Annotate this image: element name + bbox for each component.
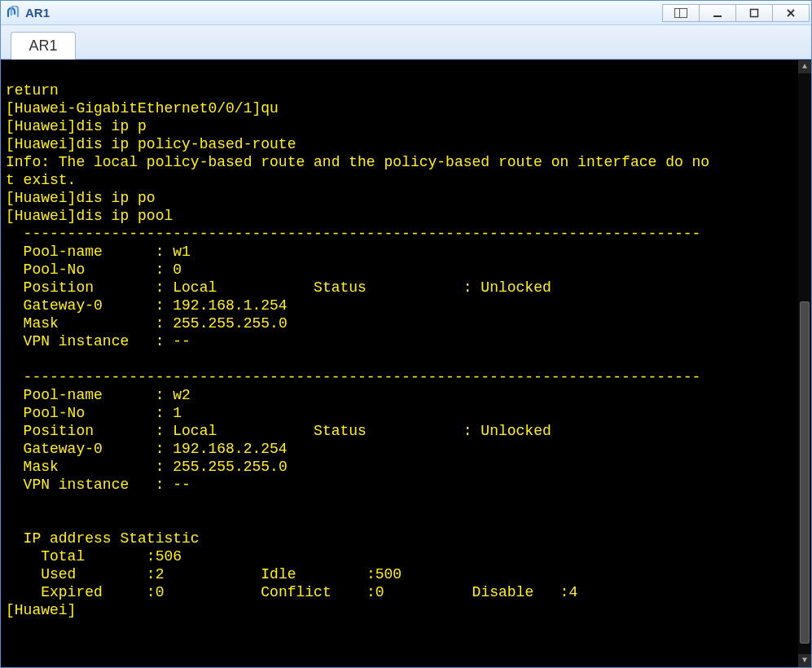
svg-rect-0	[675, 8, 687, 17]
scroll-down-arrow[interactable]: ▼	[798, 654, 811, 667]
blank-line	[6, 512, 15, 529]
titlebar: AR1	[1, 1, 811, 25]
pool-row: Gateway-0 : 192.168.1.254	[6, 297, 287, 314]
close-button[interactable]	[772, 4, 810, 22]
blank-line	[6, 494, 15, 511]
stat-row: Used :2 Idle :500	[6, 566, 402, 582]
blank-line	[6, 351, 15, 367]
stat-row: Expired :0 Conflict :0 Disable :4	[6, 584, 577, 600]
pool-row: Position : Local Status : Unlocked	[6, 279, 551, 296]
snap-button[interactable]	[662, 4, 700, 22]
tabstrip: AR1	[1, 25, 811, 59]
terminal-line: [Huawei-GigabitEthernet0/0/1]qu	[6, 100, 279, 116]
titlebar-buttons	[663, 4, 810, 22]
svg-rect-2	[713, 15, 722, 17]
separator-line: ----------------------------------------…	[6, 226, 700, 242]
terminal-line: [Huawei]dis ip pool	[6, 208, 173, 224]
svg-rect-1	[675, 8, 680, 17]
scroll-track[interactable]	[798, 73, 811, 654]
pool-row: Mask : 255.255.255.0	[6, 459, 287, 475]
app-icon	[6, 6, 20, 20]
terminal-prompt: [Huawei]	[6, 602, 76, 618]
terminal-info-line: t exist.	[6, 172, 76, 188]
terminal-line: [Huawei]dis ip p	[6, 118, 147, 134]
terminal-line: [Huawei]dis ip po	[6, 190, 156, 206]
svg-rect-3	[751, 9, 758, 16]
terminal-info-line: Info: The local policy-based route and t…	[6, 154, 709, 170]
window-title: AR1	[25, 6, 663, 20]
pool-row: VPN instance : --	[6, 333, 191, 349]
stat-row: Total :506	[6, 548, 182, 565]
pool-row: Gateway-0 : 192.168.2.254	[6, 441, 287, 457]
pool-row: Pool-name : w1	[6, 244, 191, 260]
pool-row: Pool-No : 1	[6, 405, 182, 421]
tab-label: AR1	[29, 37, 57, 55]
stat-title: IP address Statistic	[6, 530, 200, 547]
maximize-button[interactable]	[735, 4, 773, 22]
terminal-scrollbar[interactable]: ▲ ▼	[798, 60, 811, 667]
scroll-thumb[interactable]	[800, 301, 810, 644]
separator-line: ----------------------------------------…	[6, 369, 700, 385]
pool-row: Pool-No : 0	[6, 261, 182, 278]
minimize-button[interactable]	[699, 4, 736, 22]
app-window: AR1 AR1 return [Huawei-GigabitEtherne	[0, 0, 812, 668]
terminal-line: return	[6, 82, 59, 99]
pool-row: Position : Local Status : Unlocked	[6, 423, 551, 439]
pool-row: Mask : 255.255.255.0	[6, 315, 287, 332]
terminal-line: [Huawei]dis ip policy-based-route	[6, 136, 296, 152]
scroll-up-arrow[interactable]: ▲	[798, 60, 811, 73]
pool-row: VPN instance : --	[6, 477, 191, 493]
tab-ar1[interactable]: AR1	[11, 32, 76, 59]
terminal[interactable]: return [Huawei-GigabitEthernet0/0/1]qu […	[1, 59, 811, 667]
pool-row: Pool-name : w2	[6, 387, 191, 403]
